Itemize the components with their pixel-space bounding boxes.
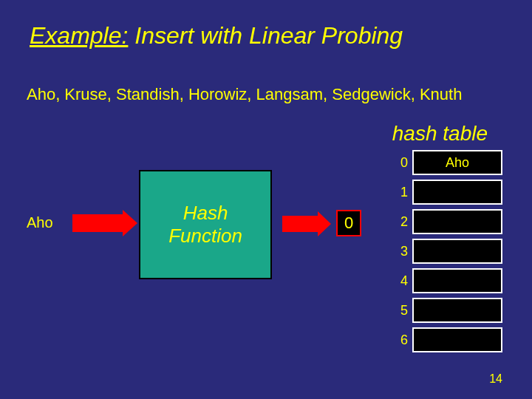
- hash-function-label: Hash Function: [168, 202, 242, 248]
- row-cell: [412, 268, 502, 293]
- table-row: 1: [392, 177, 502, 207]
- table-row: 4: [392, 266, 502, 296]
- hash-output: 0: [336, 210, 361, 236]
- page-number: 14: [489, 372, 502, 386]
- row-cell: Aho: [412, 150, 502, 175]
- title-rest: Insert with Linear Probing: [128, 22, 403, 49]
- table-row: 3: [392, 236, 502, 266]
- title-example: Example:: [30, 22, 128, 49]
- row-index: 6: [392, 332, 408, 348]
- row-index: 5: [392, 303, 408, 318]
- row-cell: [412, 239, 502, 264]
- table-row: 5: [392, 296, 502, 325]
- row-index: 2: [392, 214, 408, 230]
- arrow-icon: [282, 216, 319, 232]
- slide-title: Example: Insert with Linear Probing: [30, 22, 403, 50]
- arrow-icon: [72, 214, 124, 232]
- hash-table-label: hash table: [392, 122, 488, 146]
- row-cell: [412, 327, 502, 352]
- table-row: 2: [392, 207, 502, 236]
- table-row: 6: [392, 325, 502, 355]
- row-index: 1: [392, 185, 408, 200]
- row-index: 3: [392, 244, 408, 259]
- row-cell: [412, 180, 502, 205]
- row-index: 4: [392, 273, 408, 289]
- hash-function-box: Hash Function: [139, 170, 272, 279]
- input-name: Aho: [27, 214, 53, 231]
- row-cell: [412, 209, 502, 234]
- hash-table: 0 Aho 1 2 3 4 5 6: [392, 148, 502, 355]
- row-index: 0: [392, 155, 408, 171]
- table-row: 0 Aho: [392, 148, 502, 177]
- row-cell: [412, 298, 502, 323]
- names-list: Aho, Kruse, Standish, Horowiz, Langsam, …: [27, 85, 462, 104]
